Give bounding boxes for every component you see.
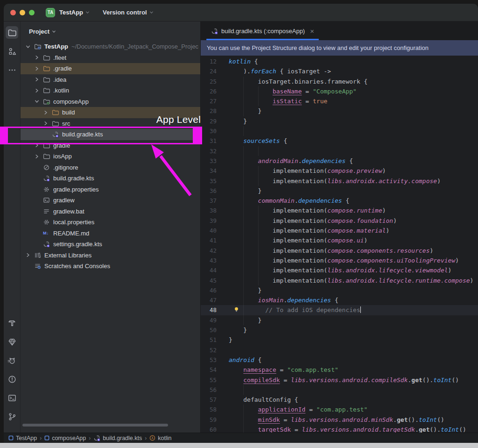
- activity-button-build-hammer[interactable]: [6, 317, 18, 329]
- project-tree-item-readme-md[interactable]: M↓README.md: [21, 228, 200, 239]
- line-number[interactable]: 32: [201, 146, 217, 156]
- line-number[interactable]: 52: [201, 345, 217, 355]
- chevron-right-icon[interactable]: [35, 77, 43, 82]
- breadcrumb-build-gradle-kts[interactable]: build.gradle.kts: [93, 434, 142, 441]
- line-number[interactable]: 44: [201, 265, 217, 275]
- line-number[interactable]: 53: [201, 355, 217, 365]
- activity-button-terminal[interactable]: [6, 391, 18, 404]
- code-line-47[interactable]: 47iosMain.dependencies {: [201, 295, 478, 305]
- version-control-menu[interactable]: Version control: [103, 9, 154, 16]
- activity-button-problems[interactable]: [6, 373, 18, 385]
- code-line-29[interactable]: 29}: [201, 116, 478, 126]
- project-tree-item-build-gradle-kts[interactable]: build.gradle.kts: [21, 129, 200, 140]
- activity-button-logcat[interactable]: [6, 354, 18, 367]
- code-line-30[interactable]: 30: [201, 126, 478, 136]
- line-number[interactable]: 45: [201, 276, 217, 285]
- line-number[interactable]: 25: [201, 77, 217, 86]
- activity-button-more[interactable]: [6, 64, 18, 76]
- line-number[interactable]: 34: [201, 166, 217, 176]
- activity-button-version-control[interactable]: [6, 410, 18, 423]
- line-number[interactable]: 55: [201, 375, 217, 385]
- project-tree-item-scratches-and-consoles[interactable]: Scratches and Consoles: [21, 261, 200, 272]
- line-number[interactable]: 47: [201, 295, 217, 305]
- code-line-12[interactable]: 12kotlin {: [201, 57, 478, 66]
- line-number[interactable]: 41: [201, 235, 217, 245]
- line-number[interactable]: 39: [201, 216, 217, 226]
- code-line-34[interactable]: 34implementation(compose.preview): [201, 166, 478, 176]
- line-number[interactable]: 51: [201, 335, 217, 345]
- line-number[interactable]: 60: [201, 425, 217, 433]
- chevron-right-icon[interactable]: [43, 121, 52, 126]
- code-line-31[interactable]: 31sourceSets {: [201, 136, 478, 146]
- horizontal-scrollbar[interactable]: [22, 424, 168, 427]
- chevron-right-icon[interactable]: [35, 154, 43, 159]
- line-number[interactable]: 56: [201, 385, 217, 395]
- breadcrumb-composeapp[interactable]: composeApp: [44, 435, 86, 441]
- project-tool-window-header[interactable]: Project: [21, 21, 200, 41]
- code-line-43[interactable]: 43implementation(compose.components.uiTo…: [201, 256, 478, 265]
- code-line-53[interactable]: 53android {: [201, 355, 478, 365]
- code-line-58[interactable]: 58applicationId = "com.app.test": [201, 405, 478, 414]
- close-tab-icon[interactable]: ×: [310, 28, 314, 35]
- code-line-36[interactable]: 36}: [201, 186, 478, 196]
- chevron-down-icon[interactable]: [35, 99, 43, 104]
- line-number[interactable]: 42: [201, 246, 217, 256]
- line-number[interactable]: 59: [201, 415, 217, 425]
- chevron-right-icon[interactable]: [26, 253, 35, 257]
- code-line-45[interactable]: 45implementation(libs.androidx.lifecycle…: [201, 276, 478, 285]
- code-line-39[interactable]: 39implementation(compose.foundation): [201, 216, 478, 226]
- code-line-33[interactable]: 33androidMain.dependencies {: [201, 156, 478, 166]
- code-line-24[interactable]: 24).forEach { iosTarget ->: [201, 66, 478, 76]
- code-line-60[interactable]: 60targetSdk = libs.versions.android.targ…: [201, 425, 478, 433]
- line-number[interactable]: 30: [201, 126, 217, 136]
- code-line-32[interactable]: 32: [201, 146, 478, 156]
- code-line-35[interactable]: 35implementation(libs.androidx.activity.…: [201, 176, 478, 186]
- line-number[interactable]: 27: [201, 96, 217, 106]
- code-line-37[interactable]: 37commonMain.dependencies {: [201, 196, 478, 206]
- code-line-51[interactable]: 51}: [201, 335, 478, 345]
- code-line-25[interactable]: 25iosTarget.binaries.framework {: [201, 77, 478, 86]
- line-number[interactable]: 36: [201, 186, 217, 196]
- line-number[interactable]: 58: [201, 405, 217, 414]
- project-tree-item--kotlin[interactable]: .kotlin: [21, 85, 200, 96]
- code-line-48[interactable]: 48 // To add iOS dependencies: [201, 305, 478, 315]
- project-tree-item-local-properties[interactable]: local.properties: [21, 217, 200, 228]
- project-tree-item-composeapp[interactable]: composeApp: [21, 96, 200, 107]
- code-line-42[interactable]: 42implementation(compose.components.reso…: [201, 246, 478, 256]
- code-line-52[interactable]: 52: [201, 345, 478, 355]
- code-line-26[interactable]: 26baseName = "ComposeApp": [201, 86, 478, 96]
- line-number[interactable]: 43: [201, 256, 217, 265]
- code-line-41[interactable]: 41implementation(compose.ui): [201, 235, 478, 245]
- line-number[interactable]: 38: [201, 206, 217, 215]
- minimize-window-button[interactable]: [20, 10, 25, 15]
- project-tree-item--idea[interactable]: .idea: [21, 74, 200, 85]
- line-number[interactable]: 28: [201, 106, 217, 116]
- line-number[interactable]: 49: [201, 315, 217, 325]
- editor-tab-build-gradle-kts[interactable]: build.gradle.kts (:composeApp) ×: [206, 21, 319, 40]
- line-number[interactable]: 48: [201, 305, 217, 315]
- line-number[interactable]: 24: [201, 66, 217, 76]
- project-tree-item-external-libraries[interactable]: External Libraries: [21, 250, 200, 261]
- close-window-button[interactable]: [10, 10, 16, 15]
- line-number[interactable]: 35: [201, 176, 217, 186]
- line-number[interactable]: 40: [201, 226, 217, 235]
- code-line-46[interactable]: 46}: [201, 285, 478, 295]
- code-line-38[interactable]: 38implementation(compose.runtime): [201, 206, 478, 215]
- code-line-59[interactable]: 59minSdk = libs.versions.android.minSdk.…: [201, 415, 478, 425]
- code-line-44[interactable]: 44implementation(libs.androidx.lifecycle…: [201, 265, 478, 275]
- activity-button-gem[interactable]: [6, 335, 18, 348]
- code-line-50[interactable]: 50}: [201, 325, 478, 335]
- code-line-56[interactable]: 56: [201, 385, 478, 395]
- code-line-28[interactable]: 28}: [201, 106, 478, 116]
- project-tree-item-settings-gradle-kts[interactable]: settings.gradle.kts: [21, 239, 200, 250]
- activity-button-project[interactable]: [6, 26, 18, 39]
- line-number[interactable]: 50: [201, 325, 217, 335]
- chevron-right-icon[interactable]: [35, 88, 43, 93]
- project-tree-item-testapp[interactable]: TestApp~/Documents/Kotlin_Jetpack_Compos…: [21, 41, 200, 52]
- line-number[interactable]: 33: [201, 156, 217, 166]
- code-line-54[interactable]: 54namespace = "com.app.test": [201, 365, 478, 375]
- project-tree-item--gradle[interactable]: .gradle: [21, 63, 200, 74]
- activity-button-structure[interactable]: [6, 45, 18, 57]
- code-line-49[interactable]: 49}: [201, 315, 478, 325]
- line-number[interactable]: 46: [201, 285, 217, 295]
